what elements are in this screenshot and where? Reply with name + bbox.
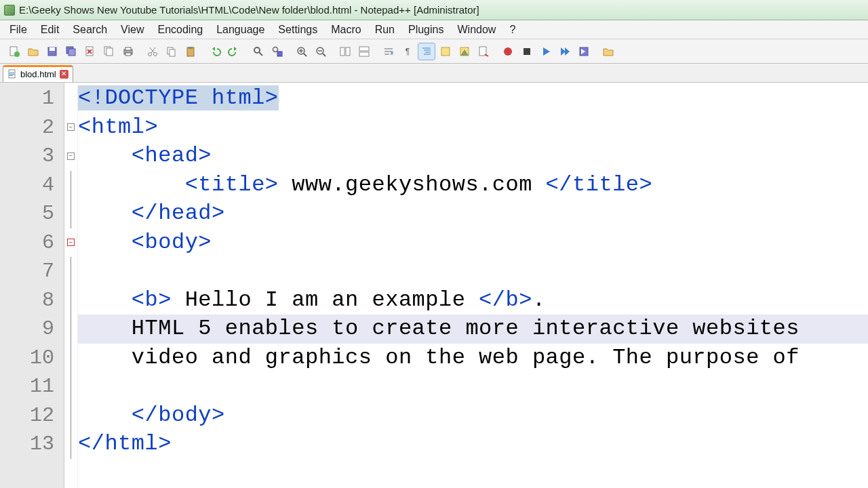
- line-number: 1: [0, 84, 64, 113]
- menu-edit[interactable]: Edit: [34, 21, 66, 39]
- code-content[interactable]: <!DOCTYPE html><html> <head> <title> www…: [78, 83, 868, 488]
- line-number: 5: [0, 199, 64, 228]
- title-bar: E:\Geeky Shows New Youtube Tutorials\HTM…: [0, 0, 868, 20]
- show-all-chars-button[interactable]: ¶: [399, 43, 416, 60]
- window-title: E:\Geeky Shows New Youtube Tutorials\HTM…: [19, 4, 479, 16]
- sync-hscroll-button[interactable]: [355, 43, 373, 60]
- svg-rect-19: [170, 49, 175, 56]
- menu-macro[interactable]: Macro: [324, 21, 368, 39]
- menu-file[interactable]: File: [3, 21, 34, 39]
- find-button[interactable]: [250, 43, 267, 60]
- code-line[interactable]: <b> Hello I am an example </b>.: [78, 286, 868, 315]
- copy-button[interactable]: [163, 43, 180, 60]
- svg-point-14: [149, 52, 152, 56]
- line-number-gutter: 12345678910111213: [0, 83, 64, 488]
- code-line[interactable]: [78, 257, 868, 286]
- line-number: 4: [0, 171, 64, 200]
- stop-macro-button[interactable]: [518, 43, 536, 60]
- svg-point-1: [14, 52, 20, 57]
- wordwrap-button[interactable]: [380, 43, 397, 60]
- menu-view[interactable]: View: [114, 21, 151, 39]
- menu-search[interactable]: Search: [66, 21, 114, 39]
- record-macro-button[interactable]: [499, 43, 517, 60]
- sync-vscroll-button[interactable]: [336, 43, 354, 60]
- print-button[interactable]: [119, 43, 137, 60]
- code-line[interactable]: <!DOCTYPE html>: [78, 84, 868, 113]
- line-number: 8: [0, 286, 64, 315]
- play-macro-button[interactable]: [537, 43, 555, 60]
- tab-close-button[interactable]: ✕: [60, 70, 68, 79]
- svg-point-22: [254, 47, 260, 53]
- svg-text:¶: ¶: [406, 47, 410, 56]
- code-line[interactable]: <head>: [78, 142, 868, 171]
- menu-plugins[interactable]: Plugins: [401, 21, 450, 39]
- fold-cell: [64, 199, 77, 228]
- fold-cell: −: [64, 142, 77, 171]
- cut-button[interactable]: [144, 43, 161, 60]
- fold-cell: −: [64, 113, 77, 142]
- code-line[interactable]: </head>: [78, 199, 868, 228]
- save-all-button[interactable]: [62, 43, 80, 60]
- indent-guide-button[interactable]: [418, 43, 435, 60]
- paste-button[interactable]: [182, 43, 199, 60]
- fold-toggle-icon[interactable]: −: [67, 152, 75, 160]
- svg-rect-53: [9, 73, 14, 73]
- editor-area[interactable]: 12345678910111213 −−− <!DOCTYPE html><ht…: [0, 83, 868, 488]
- new-file-button[interactable]: [5, 43, 23, 60]
- line-number: 7: [0, 257, 64, 286]
- code-line[interactable]: <body>: [78, 228, 868, 258]
- save-macro-button[interactable]: [575, 43, 593, 60]
- svg-rect-54: [9, 74, 14, 75]
- fold-toggle-icon[interactable]: −: [67, 239, 75, 246]
- fold-cell: [64, 171, 77, 200]
- code-line[interactable]: video and graphics on the web page. The …: [78, 344, 868, 373]
- menu-help[interactable]: ?: [502, 21, 522, 39]
- fold-cell: [64, 286, 77, 315]
- play-multi-button[interactable]: [556, 43, 574, 60]
- save-button[interactable]: [43, 43, 61, 60]
- undo-button[interactable]: [206, 43, 224, 60]
- line-number: 12: [0, 401, 64, 430]
- open-file-button[interactable]: [24, 43, 42, 60]
- fold-cell: [64, 430, 77, 459]
- code-line[interactable]: </html>: [78, 430, 868, 459]
- svg-line-32: [323, 54, 326, 56]
- line-number: 11: [0, 372, 64, 401]
- close-all-button[interactable]: [100, 43, 118, 60]
- svg-rect-25: [277, 52, 282, 56]
- udl-button[interactable]: [437, 43, 454, 60]
- svg-rect-50: [524, 48, 530, 55]
- replace-button[interactable]: [269, 43, 286, 60]
- zoom-in-button[interactable]: [293, 43, 311, 60]
- svg-rect-34: [346, 47, 350, 56]
- code-line[interactable]: <html>: [78, 113, 868, 142]
- menu-encoding[interactable]: Encoding: [151, 21, 210, 39]
- tab-label: blod.html: [20, 69, 56, 79]
- svg-rect-55: [9, 75, 13, 76]
- redo-button[interactable]: [225, 43, 243, 60]
- svg-rect-35: [359, 47, 369, 51]
- line-number: 13: [0, 430, 64, 459]
- fold-cell: [64, 372, 77, 401]
- zoom-out-button[interactable]: [312, 43, 330, 60]
- close-button[interactable]: [81, 43, 99, 60]
- fold-cell: −: [64, 228, 77, 258]
- func-list-button[interactable]: [475, 43, 492, 60]
- menu-language[interactable]: Language: [210, 21, 271, 39]
- menu-settings[interactable]: Settings: [271, 21, 324, 39]
- code-line[interactable]: </body>: [78, 401, 868, 430]
- code-line[interactable]: [78, 372, 868, 401]
- svg-point-49: [504, 47, 512, 56]
- menu-bar: File Edit Search View Encoding Language …: [0, 20, 868, 39]
- doc-map-button[interactable]: [456, 43, 473, 60]
- menu-window[interactable]: Window: [450, 21, 502, 39]
- menu-run[interactable]: Run: [368, 21, 401, 39]
- spellcheck-button[interactable]: [599, 43, 617, 60]
- fold-toggle-icon[interactable]: −: [67, 123, 75, 131]
- code-line[interactable]: <title> www.geekyshows.com </title>: [78, 171, 868, 200]
- svg-point-24: [273, 47, 278, 52]
- line-number: 9: [0, 314, 64, 344]
- tab-blod-html[interactable]: blod.html ✕: [3, 65, 73, 82]
- svg-line-29: [304, 54, 307, 56]
- code-line[interactable]: HTML 5 enables to create more interactiv…: [78, 314, 868, 344]
